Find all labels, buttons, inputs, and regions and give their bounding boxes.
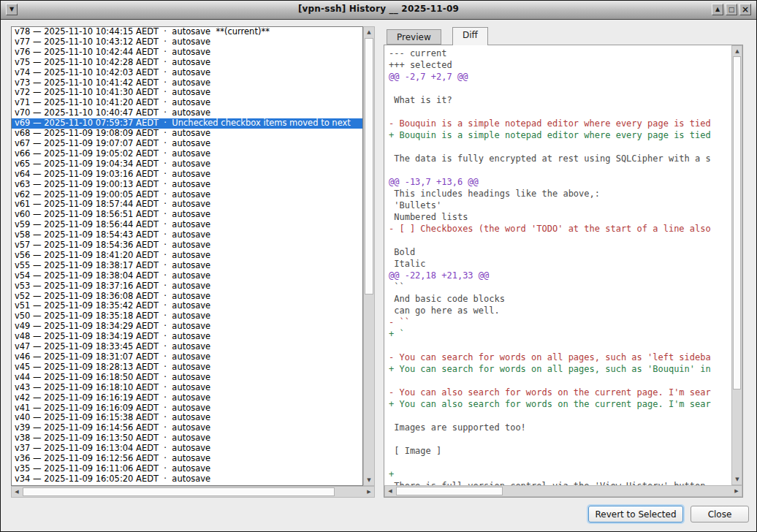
window-close-button[interactable]: × bbox=[739, 4, 751, 15]
history-version-row[interactable]: v71 — 2025-11-10 10:41:20 AEDT · autosav… bbox=[12, 98, 362, 108]
history-window: ▼ [vpn-ssh] History __ 2025-11-09 ▲ □ × … bbox=[0, 0, 757, 532]
history-version-row[interactable]: v69 — 2025-11-10 07:59:37 AEDT · Uncheck… bbox=[12, 118, 362, 129]
scroll-left-icon[interactable]: ◀ bbox=[12, 487, 22, 497]
diff-line: 'Bullets' bbox=[389, 200, 731, 211]
scroll-right-icon[interactable]: ▶ bbox=[364, 487, 374, 497]
diff-horizontal-scrollbar[interactable]: ◀ ▶ bbox=[384, 485, 742, 497]
diff-vertical-scrollbar[interactable]: ▲ ▼ bbox=[731, 45, 742, 485]
diff-line: --- current bbox=[389, 48, 731, 59]
history-version-row[interactable]: v75 — 2025-11-10 10:42:28 AEDT · autosav… bbox=[12, 58, 362, 68]
diff-line: - You can also search for words on the c… bbox=[389, 387, 731, 398]
diff-hscroll-thumb[interactable] bbox=[396, 487, 503, 495]
diff-vscroll-thumb[interactable] bbox=[733, 56, 741, 390]
history-version-row[interactable]: v44 — 2025-11-09 16:18:50 AEDT · autosav… bbox=[12, 373, 362, 383]
scroll-down-icon[interactable]: ▼ bbox=[364, 475, 374, 485]
history-version-row[interactable]: v35 — 2025-11-09 16:11:06 AEDT · autosav… bbox=[12, 464, 362, 474]
history-list-horizontal-scrollbar[interactable]: ◀ ▶ bbox=[11, 486, 375, 498]
history-version-row[interactable]: v54 — 2025-11-09 18:38:04 AEDT · autosav… bbox=[12, 271, 362, 281]
history-list-vertical-scrollbar[interactable]: ▲ ▼ bbox=[363, 26, 375, 486]
diff-line: - `` bbox=[389, 316, 731, 328]
diff-line: + You can search for words on all pages,… bbox=[389, 363, 731, 375]
history-version-row[interactable]: v78 — 2025-11-10 10:44:15 AEDT · autosav… bbox=[12, 27, 362, 37]
diff-line: `` bbox=[389, 281, 731, 293]
diff-line: [ Image ] bbox=[389, 445, 731, 457]
history-version-row[interactable]: v39 — 2025-11-09 16:14:56 AEDT · autosav… bbox=[12, 423, 362, 433]
window-maximize-button[interactable]: □ bbox=[726, 4, 737, 15]
diff-line bbox=[389, 410, 731, 422]
history-version-row[interactable]: v70 — 2025-11-10 10:40:47 AEDT · autosav… bbox=[12, 108, 362, 118]
diff-line: Numbered lists bbox=[389, 211, 731, 223]
diff-line: What is it? bbox=[389, 94, 731, 106]
diff-line bbox=[389, 141, 731, 153]
history-version-row[interactable]: v38 — 2025-11-09 16:13:50 AEDT · autosav… bbox=[12, 433, 362, 444]
window-maximize-icon: □ bbox=[729, 6, 735, 12]
diff-line: This includes headings like the above,: bbox=[389, 188, 731, 200]
history-version-row[interactable]: v73 — 2025-11-10 10:41:42 AEDT · autosav… bbox=[12, 78, 362, 88]
history-version-row[interactable]: v59 — 2025-11-09 18:56:44 AEDT · autosav… bbox=[12, 220, 362, 230]
history-version-row[interactable]: v37 — 2025-11-09 16:13:04 AEDT · autosav… bbox=[12, 444, 362, 454]
close-button[interactable]: Close bbox=[691, 506, 749, 522]
history-version-row[interactable]: v66 — 2025-11-09 19:05:02 AEDT · autosav… bbox=[12, 149, 362, 159]
scroll-up-icon[interactable]: ▲ bbox=[732, 46, 742, 56]
history-version-row[interactable]: v36 — 2025-11-09 16:12:56 AEDT · autosav… bbox=[12, 454, 362, 464]
diff-line: @@ -2,7 +2,7 @@ bbox=[389, 71, 731, 83]
history-version-row[interactable]: v56 — 2025-11-09 18:41:20 AEDT · autosav… bbox=[12, 251, 362, 261]
history-version-row[interactable]: v41 — 2025-11-09 16:16:09 AEDT · autosav… bbox=[12, 403, 362, 414]
diff-line bbox=[389, 106, 731, 118]
diff-line: - Bouquin is a simple notepad editor whe… bbox=[389, 118, 731, 129]
window-shade-icon: ▲ bbox=[715, 7, 720, 12]
diff-line: +++ selected bbox=[389, 59, 731, 71]
diff-pane: --- current+++ selected@@ -2,7 +2,7 @@ W… bbox=[384, 45, 743, 498]
diff-line: + bbox=[389, 468, 731, 480]
history-list-vscroll-thumb[interactable] bbox=[365, 38, 373, 294]
diff-line: Bold bbox=[389, 246, 731, 258]
diff-line: And basic code blocks bbox=[389, 293, 731, 305]
history-version-row[interactable]: v50 — 2025-11-09 18:35:18 AEDT · autosav… bbox=[12, 311, 362, 322]
history-version-row[interactable]: v77 — 2025-11-10 10:43:12 AEDT · autosav… bbox=[12, 37, 362, 48]
diff-line: The data is fully encrypted at rest usin… bbox=[389, 153, 731, 164]
history-version-row[interactable]: v45 — 2025-11-09 18:28:13 AEDT · autosav… bbox=[12, 362, 362, 373]
scroll-right-icon[interactable]: ▶ bbox=[731, 486, 742, 496]
history-version-row[interactable]: v72 — 2025-11-10 10:41:30 AEDT · autosav… bbox=[12, 88, 362, 98]
diff-text-view[interactable]: --- current+++ selected@@ -2,7 +2,7 @@ W… bbox=[384, 45, 731, 485]
history-version-row[interactable]: v49 — 2025-11-09 18:34:29 AEDT · autosav… bbox=[12, 322, 362, 332]
diff-line: Italic bbox=[389, 258, 731, 270]
history-version-row[interactable]: v62 — 2025-11-09 19:00:05 AEDT · autosav… bbox=[12, 190, 362, 200]
scroll-down-icon[interactable]: ▼ bbox=[732, 474, 742, 484]
history-version-row[interactable]: v76 — 2025-11-10 10:42:44 AEDT · autosav… bbox=[12, 48, 362, 58]
tab-preview[interactable]: Preview bbox=[387, 29, 441, 45]
history-version-row[interactable]: v52 — 2025-11-09 18:36:08 AEDT · autosav… bbox=[12, 292, 362, 302]
history-version-row[interactable]: v51 — 2025-11-09 18:35:42 AEDT · autosav… bbox=[12, 301, 362, 311]
history-version-row[interactable]: v63 — 2025-11-09 19:00:13 AEDT · autosav… bbox=[12, 180, 362, 190]
history-version-row[interactable]: v57 — 2025-11-09 18:54:36 AEDT · autosav… bbox=[12, 240, 362, 251]
diff-line: + You can also search for words on the c… bbox=[389, 398, 731, 410]
diff-line: - [ ] Checkboxes (the word 'TODO' at the… bbox=[389, 223, 731, 235]
history-version-row[interactable]: v42 — 2025-11-09 16:16:19 AEDT · autosav… bbox=[12, 393, 362, 403]
scroll-up-icon[interactable]: ▲ bbox=[364, 27, 374, 37]
window-title: [vpn-ssh] History __ 2025-11-09 bbox=[1, 4, 756, 14]
history-version-row[interactable]: v55 — 2025-11-09 18:38:17 AEDT · autosav… bbox=[12, 261, 362, 271]
history-version-row[interactable]: v34 — 2025-11-09 16:05:20 AEDT · autosav… bbox=[12, 474, 362, 484]
history-version-row[interactable]: v68 — 2025-11-09 19:08:09 AEDT · autosav… bbox=[12, 129, 362, 139]
history-version-row[interactable]: v58 — 2025-11-09 18:54:43 AEDT · autosav… bbox=[12, 230, 362, 240]
history-version-row[interactable]: v74 — 2025-11-10 10:42:03 AEDT · autosav… bbox=[12, 68, 362, 78]
history-version-list[interactable]: v78 — 2025-11-10 10:44:15 AEDT · autosav… bbox=[11, 26, 363, 486]
scroll-left-icon[interactable]: ◀ bbox=[385, 486, 395, 496]
window-shade-button[interactable]: ▲ bbox=[712, 4, 723, 15]
history-version-row[interactable]: v64 — 2025-11-09 19:03:16 AEDT · autosav… bbox=[12, 170, 362, 180]
diff-line bbox=[389, 375, 731, 387]
history-version-row[interactable]: v40 — 2025-11-09 16:15:38 AEDT · autosav… bbox=[12, 413, 362, 423]
revert-to-selected-button[interactable]: Revert to Selected bbox=[588, 506, 683, 522]
history-version-row[interactable]: v48 — 2025-11-09 18:34:19 AEDT · autosav… bbox=[12, 332, 362, 342]
history-version-row[interactable]: v47 — 2025-11-09 18:33:45 AEDT · autosav… bbox=[12, 342, 362, 352]
history-version-row[interactable]: v60 — 2025-11-09 18:56:51 AEDT · autosav… bbox=[12, 210, 362, 220]
history-list-hscroll-thumb[interactable] bbox=[23, 487, 335, 496]
history-version-row[interactable]: v61 — 2025-11-09 18:57:44 AEDT · autosav… bbox=[12, 200, 362, 210]
history-version-row[interactable]: v67 — 2025-11-09 19:07:07 AEDT · autosav… bbox=[12, 139, 362, 149]
history-version-row[interactable]: v53 — 2025-11-09 18:37:16 AEDT · autosav… bbox=[12, 281, 362, 292]
diff-line: @@ -22,18 +21,33 @@ bbox=[389, 270, 731, 281]
history-version-row[interactable]: v46 — 2025-11-09 18:31:07 AEDT · autosav… bbox=[12, 352, 362, 362]
tab-diff[interactable]: Diff bbox=[452, 27, 488, 45]
history-version-row[interactable]: v65 — 2025-11-09 19:04:34 AEDT · autosav… bbox=[12, 159, 362, 170]
history-version-row[interactable]: v43 — 2025-11-09 16:18:10 AEDT · autosav… bbox=[12, 383, 362, 393]
